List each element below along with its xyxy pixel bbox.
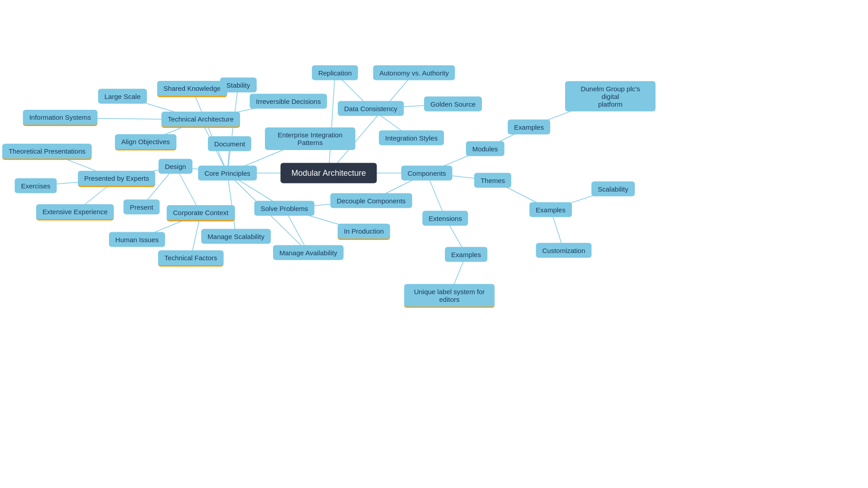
node-human_issues[interactable]: Human Issues (109, 232, 165, 247)
node-manage_scalability[interactable]: Manage Scalability (201, 229, 271, 244)
node-integration_styles[interactable]: Integration Styles (379, 131, 444, 145)
node-in_production[interactable]: In Production (338, 224, 390, 240)
node-large_scale[interactable]: Large Scale (98, 89, 147, 104)
node-scalability_node[interactable]: Scalability (591, 182, 635, 197)
center-node[interactable]: Modular Architecture (280, 163, 377, 183)
node-enterprise_int[interactable]: Enterprise Integration Patterns (265, 127, 355, 150)
node-extensive_exp[interactable]: Extensive Experience (36, 204, 114, 221)
node-exercises[interactable]: Exercises (14, 178, 57, 193)
node-examples_right_top[interactable]: Examples (508, 120, 550, 135)
node-info_systems[interactable]: Information Systems (23, 110, 98, 126)
connection-line (192, 89, 227, 173)
node-solve_problems[interactable]: Solve Problems (254, 201, 314, 216)
connection-line (329, 73, 335, 173)
node-examples_right_mid[interactable]: Examples (529, 202, 572, 217)
mindmap-container: Modular ArchitectureReplicationAutonomy … (0, 0, 868, 488)
node-dunelm[interactable]: Dunelm Group plc's digital platform (565, 81, 656, 112)
node-customization[interactable]: Customization (536, 243, 591, 258)
node-autonomy[interactable]: Autonomy vs. Authority (373, 66, 455, 80)
node-unique_label[interactable]: Unique label system for editors (404, 284, 495, 308)
node-examples_ext[interactable]: Examples (445, 247, 487, 262)
node-document[interactable]: Document (208, 136, 251, 151)
node-stability[interactable]: Stability (220, 78, 257, 93)
connection-line (227, 85, 238, 173)
node-themes[interactable]: Themes (474, 173, 511, 188)
node-tech_factors[interactable]: Technical Factors (158, 250, 224, 267)
node-golden_source[interactable]: Golden Source (424, 97, 482, 112)
node-replication[interactable]: Replication (312, 66, 358, 80)
node-present[interactable]: Present (123, 200, 160, 215)
node-design[interactable]: Design (159, 159, 193, 174)
node-modules[interactable]: Modules (466, 141, 505, 156)
connection-line (227, 173, 236, 236)
node-align_obj[interactable]: Align Objectives (115, 134, 176, 150)
node-manage_avail[interactable]: Manage Availability (273, 245, 344, 260)
node-irreversible[interactable]: Irreversible Decisions (250, 94, 327, 109)
node-tech_arch[interactable]: Technical Architecture (161, 112, 240, 128)
node-decouple[interactable]: Decouple Components (330, 193, 412, 208)
node-data_consistency[interactable]: Data Consistency (338, 101, 404, 116)
node-presented_by[interactable]: Presented by Experts (78, 171, 155, 187)
node-theoretical[interactable]: Theoretical Presentations (2, 144, 92, 160)
node-extensions[interactable]: Extensions (422, 211, 468, 226)
node-corporate_ctx[interactable]: Corporate Context (167, 205, 235, 221)
node-core_principles[interactable]: Core Principles (198, 166, 257, 181)
node-shared_knowledge[interactable]: Shared Knowledge (157, 81, 227, 97)
node-components[interactable]: Components (401, 166, 452, 181)
connection-line (329, 73, 414, 173)
